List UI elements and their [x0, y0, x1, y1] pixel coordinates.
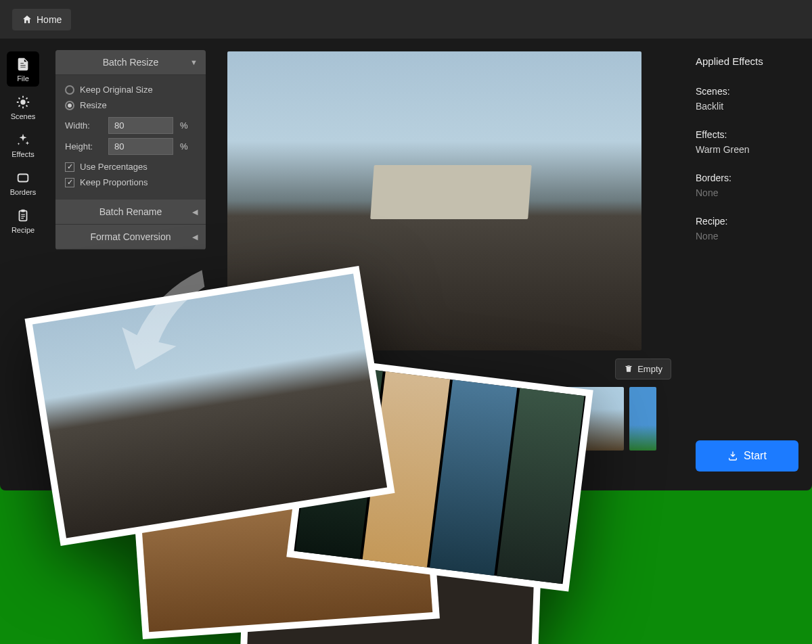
scenes-value: Backlit	[696, 101, 798, 112]
svg-point-0	[20, 99, 25, 104]
borders-label: Borders:	[696, 172, 798, 183]
recipe-value: None	[696, 231, 798, 242]
accordion-title: Format Conversion	[90, 231, 171, 242]
thumbnail[interactable]	[529, 387, 624, 451]
radio-label: Keep Original Size	[80, 85, 153, 95]
home-label: Home	[37, 14, 62, 25]
sidebar-item-scenes[interactable]: Scenes	[7, 89, 39, 124]
options-panel: Batch Resize ▼ Keep Original Size Resize…	[46, 39, 215, 490]
start-label: Start	[744, 450, 767, 462]
percent-label: %	[180, 141, 188, 152]
thumbnail[interactable]	[329, 387, 424, 451]
thumbnail-strip	[227, 387, 674, 452]
thumbnail[interactable]	[629, 387, 656, 451]
accordion: Batch Resize ▼ Keep Original Size Resize…	[55, 50, 206, 250]
empty-button[interactable]: Empty	[615, 359, 671, 380]
trash-icon	[624, 364, 633, 373]
sidebar-item-label: Effects	[12, 150, 34, 158]
start-button[interactable]: Start	[696, 440, 798, 472]
preview-area: + Add Images Total 12 pieces Empty	[215, 39, 682, 490]
radio-icon	[65, 85, 74, 95]
thumbnail[interactable]	[429, 387, 524, 451]
checkbox-use-percentages[interactable]: ✓ Use Percentages	[65, 159, 196, 175]
main-area: File Scenes Effects Borders Recipe	[0, 39, 812, 490]
svg-rect-3	[21, 210, 25, 212]
sidebar-item-label: Scenes	[11, 112, 36, 120]
radio-label: Resize	[80, 100, 107, 110]
sidebar-item-label: File	[17, 74, 29, 83]
svg-rect-2	[20, 211, 27, 221]
width-label: Width:	[65, 120, 102, 131]
height-label: Height:	[65, 141, 102, 152]
preview-toolbar: + Add Images Total 12 pieces Empty	[227, 350, 674, 387]
sidebar-item-effects[interactable]: Effects	[7, 127, 39, 162]
thumbnail[interactable]	[229, 387, 323, 451]
preview-image	[227, 51, 641, 350]
accordion-title: Batch Resize	[103, 57, 158, 68]
file-icon	[16, 57, 30, 72]
effects-value: Warm Green	[696, 144, 798, 155]
radio-resize[interactable]: Resize	[65, 97, 196, 113]
sidebar: File Scenes Effects Borders Recipe	[0, 39, 46, 490]
svg-rect-1	[18, 175, 28, 182]
accordion-header-format-conversion[interactable]: Format Conversion ◀	[55, 225, 206, 250]
width-row: Width: %	[65, 117, 196, 134]
checkbox-label: Use Percentages	[80, 162, 148, 172]
checkbox-icon: ✓	[65, 162, 74, 172]
home-icon	[22, 14, 32, 25]
radio-icon	[65, 101, 74, 110]
app-window: Home File Scenes Effects Borders Re	[0, 0, 812, 490]
topbar: Home	[0, 0, 812, 39]
accordion-header-batch-rename[interactable]: Batch Rename ◀	[55, 200, 206, 225]
checkbox-keep-proportions[interactable]: ✓ Keep Proportions	[65, 175, 196, 190]
sparkle-icon	[16, 133, 30, 147]
height-row: Height: %	[65, 138, 196, 155]
total-count: Total 12 pieces	[314, 364, 373, 374]
clipboard-icon	[16, 208, 30, 223]
scenes-label: Scenes:	[696, 86, 798, 97]
effects-label: Effects:	[696, 129, 798, 140]
percent-label: %	[180, 120, 188, 131]
chevron-left-icon: ◀	[192, 208, 198, 216]
borders-value: None	[696, 187, 798, 198]
accordion-header-batch-resize[interactable]: Batch Resize ▼	[55, 50, 206, 75]
sidebar-item-label: Recipe	[12, 226, 35, 234]
download-icon	[727, 451, 738, 461]
border-icon	[16, 170, 30, 185]
recipe-label: Recipe:	[696, 216, 798, 227]
sun-icon	[16, 95, 30, 110]
add-images-button[interactable]: + Add Images	[230, 359, 302, 380]
chevron-down-icon: ▼	[190, 58, 198, 66]
sidebar-item-file[interactable]: File	[7, 51, 39, 87]
sidebar-item-recipe[interactable]: Recipe	[7, 203, 39, 238]
checkbox-icon: ✓	[65, 178, 74, 187]
radio-keep-original[interactable]: Keep Original Size	[65, 82, 196, 97]
chevron-left-icon: ◀	[192, 233, 198, 242]
empty-label: Empty	[637, 364, 662, 374]
add-images-label: + Add Images	[239, 364, 293, 374]
accordion-title: Batch Rename	[99, 206, 162, 217]
width-input[interactable]	[108, 117, 173, 134]
sidebar-item-borders[interactable]: Borders	[7, 165, 39, 200]
checkbox-label: Keep Proportions	[80, 177, 148, 187]
batch-resize-body: Keep Original Size Resize Width: % Heigh…	[55, 75, 206, 200]
sidebar-item-label: Borders	[10, 188, 37, 196]
right-panel: Applied Effects Scenes: Backlit Effects:…	[682, 39, 812, 490]
height-input[interactable]	[108, 138, 173, 155]
home-button[interactable]: Home	[12, 9, 71, 30]
applied-effects-title: Applied Effects	[696, 55, 798, 67]
